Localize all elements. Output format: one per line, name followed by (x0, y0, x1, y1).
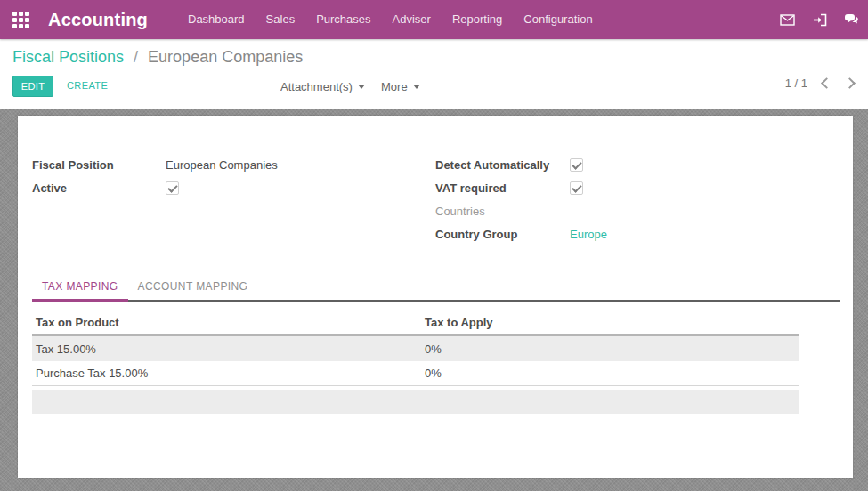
top-navbar: Accounting Dashboard Sales Purchases Adv… (0, 0, 868, 39)
breadcrumb: Fiscal Positions / European Companies (12, 48, 303, 67)
tab-tax-mapping[interactable]: TAX MAPPING (32, 278, 128, 302)
nav-item-configuration[interactable]: Configuration (513, 0, 603, 39)
active-checkbox[interactable] (166, 181, 179, 195)
field-row-countries: Countries (435, 205, 570, 224)
navbar-right-icons (780, 12, 859, 27)
field-row-detect-automatically: Detect Automatically (435, 158, 583, 178)
table-header-row: Tax on Product Tax to Apply (32, 308, 799, 336)
notebook-tabbar: TAX MAPPING ACCOUNT MAPPING (32, 278, 840, 302)
cell-tax-on-product: Purchase Tax 15.00% (32, 366, 421, 380)
nav-item-adviser[interactable]: Adviser (382, 0, 442, 39)
chat-icon[interactable] (844, 12, 859, 27)
cell-tax-to-apply: 0% (421, 342, 799, 356)
sign-in-icon[interactable] (812, 12, 827, 27)
attachments-dropdown[interactable]: Attachment(s) (280, 80, 365, 93)
apps-grid-icon[interactable] (12, 12, 29, 28)
fiscal-position-value: European Companies (166, 158, 278, 172)
table-row[interactable]: Purchase Tax 15.00% 0% (32, 361, 799, 386)
tax-mapping-table: Tax on Product Tax to Apply Tax 15.00% 0… (32, 308, 799, 414)
caret-down-icon (358, 85, 365, 89)
field-row-active: Active (32, 181, 179, 201)
caret-down-icon (413, 85, 420, 89)
pager-next-button[interactable] (844, 77, 856, 89)
nav-item-purchases[interactable]: Purchases (305, 0, 381, 39)
breadcrumb-current-record: European Companies (148, 48, 303, 66)
more-dropdown-label: More (381, 80, 408, 93)
edit-button[interactable]: EDIT (12, 76, 53, 97)
country-group-value-link[interactable]: Europe (570, 228, 607, 241)
table-empty-row (32, 390, 799, 414)
nav-menu: Dashboard Sales Purchases Adviser Report… (177, 0, 604, 39)
nav-item-reporting[interactable]: Reporting (442, 0, 513, 39)
breadcrumb-fiscal-positions-link[interactable]: Fiscal Positions (12, 48, 124, 66)
detect-automatically-checkbox[interactable] (570, 158, 583, 172)
pager-previous-button[interactable] (821, 77, 832, 89)
create-button[interactable]: CREATE (67, 80, 108, 91)
active-label: Active (32, 181, 166, 195)
form-sheet: Fiscal Position European Companies Activ… (18, 116, 853, 478)
envelope-icon[interactable] (780, 12, 795, 27)
table-row[interactable]: Tax 15.00% 0% (32, 336, 799, 361)
cell-tax-to-apply: 0% (421, 366, 799, 380)
control-panel: Fiscal Positions / European Companies ED… (0, 39, 868, 109)
pager: 1 / 1 (785, 76, 854, 90)
fiscal-position-label: Fiscal Position (32, 158, 166, 172)
breadcrumb-separator: / (128, 48, 143, 66)
column-header-tax-on-product: Tax on Product (32, 316, 421, 329)
detect-automatically-label: Detect Automatically (435, 158, 570, 172)
cell-tax-on-product: Tax 15.00% (32, 342, 421, 356)
nav-item-sales[interactable]: Sales (256, 0, 306, 39)
field-row-country-group: Country Group Europe (435, 228, 607, 247)
pager-count: 1 / 1 (785, 76, 807, 90)
countries-label: Countries (435, 205, 570, 218)
country-group-label: Country Group (435, 228, 570, 241)
vat-required-label: VAT required (435, 181, 570, 195)
tab-account-mapping[interactable]: ACCOUNT MAPPING (128, 278, 258, 300)
nav-item-dashboard[interactable]: Dashboard (177, 0, 256, 39)
column-header-tax-to-apply: Tax to Apply (421, 316, 799, 329)
field-row-vat-required: VAT required (435, 181, 583, 201)
field-row-fiscal-position: Fiscal Position European Companies (32, 158, 278, 178)
more-dropdown[interactable]: More (381, 80, 420, 93)
app-title: Accounting (48, 10, 148, 30)
vat-required-checkbox[interactable] (570, 181, 583, 195)
attachments-dropdown-label: Attachment(s) (280, 80, 353, 93)
